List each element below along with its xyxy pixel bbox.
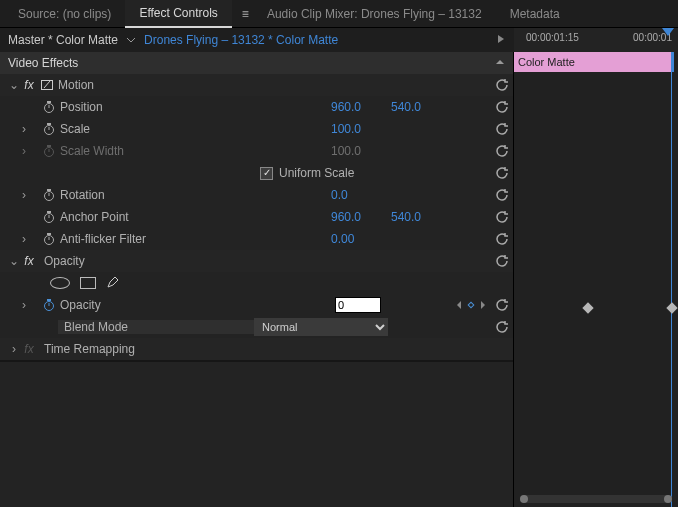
- breadcrumb-master: Master * Color Matte: [8, 33, 118, 47]
- tab-metadata[interactable]: Metadata: [496, 1, 574, 27]
- section-video-effects: Video Effects: [0, 52, 513, 74]
- svg-rect-22: [468, 302, 474, 308]
- scale-label: Scale: [58, 122, 331, 136]
- panel-menu-icon[interactable]: ≡: [238, 7, 253, 21]
- breadcrumb: Master * Color Matte Drones Flying – 131…: [0, 28, 514, 52]
- mask-rect-icon[interactable]: [80, 277, 96, 289]
- twirl-motion[interactable]: ⌄: [8, 78, 20, 92]
- playhead-handle[interactable]: [662, 28, 674, 36]
- stopwatch-opacity-prop[interactable]: [40, 298, 58, 312]
- svg-rect-2: [47, 101, 51, 103]
- reset-scale[interactable]: [491, 122, 513, 136]
- play-icon[interactable]: [496, 33, 506, 47]
- scalew-value: 100.0: [331, 144, 391, 158]
- twirl-opacity-prop[interactable]: ›: [18, 298, 30, 312]
- reset-scalew[interactable]: [491, 144, 513, 158]
- keyframe-nav[interactable]: [451, 300, 491, 310]
- rotation-value[interactable]: 0.0: [331, 188, 391, 202]
- blend-mode-label: Blend Mode: [58, 320, 254, 334]
- reset-anchor[interactable]: [491, 210, 513, 224]
- keyframe-1[interactable]: [582, 302, 593, 313]
- scalew-label: Scale Width: [58, 144, 331, 158]
- twirl-time-remap[interactable]: ›: [8, 342, 20, 356]
- breadcrumb-clip[interactable]: Drones Flying – 13132 * Color Matte: [144, 33, 338, 47]
- timeline-scrollbar[interactable]: [520, 495, 672, 503]
- scale-value[interactable]: 100.0: [331, 122, 391, 136]
- stopwatch-flicker[interactable]: [40, 232, 58, 246]
- opacity-prop-label: Opacity: [58, 298, 335, 312]
- twirl-scalew: ›: [18, 144, 30, 158]
- flicker-value[interactable]: 0.00: [331, 232, 391, 246]
- tab-source[interactable]: Source: (no clips): [4, 1, 125, 27]
- reset-flicker[interactable]: [491, 232, 513, 246]
- svg-rect-20: [47, 299, 51, 301]
- reset-opacity-group[interactable]: [491, 254, 513, 268]
- chevron-down-icon[interactable]: [126, 35, 136, 45]
- mask-pen-icon[interactable]: [106, 275, 120, 292]
- uniform-scale-label: Uniform Scale: [273, 166, 354, 180]
- opacity-title: Opacity: [38, 254, 491, 268]
- time-remap-title: Time Remapping: [38, 342, 513, 356]
- flicker-label: Anti-flicker Filter: [58, 232, 331, 246]
- svg-rect-8: [47, 145, 51, 147]
- playhead-line: [671, 52, 672, 507]
- svg-rect-14: [47, 211, 51, 213]
- tab-audio-mixer[interactable]: Audio Clip Mixer: Drones Flying – 13132: [253, 1, 496, 27]
- collapse-icon[interactable]: [495, 56, 505, 70]
- keyframe-2[interactable]: [666, 302, 677, 313]
- fx-toggle-opacity[interactable]: fx: [20, 254, 38, 268]
- uniform-scale-checkbox[interactable]: [260, 167, 273, 180]
- twirl-opacity[interactable]: ⌄: [8, 254, 20, 268]
- tab-effect-controls[interactable]: Effect Controls: [125, 0, 231, 28]
- twirl-scale[interactable]: ›: [18, 122, 30, 136]
- fx-toggle-motion[interactable]: fx: [20, 78, 38, 92]
- reset-opacity-prop[interactable]: [491, 298, 513, 312]
- twirl-flicker[interactable]: ›: [18, 232, 30, 246]
- svg-rect-17: [47, 233, 51, 235]
- stopwatch-scalew: [40, 144, 58, 158]
- reset-motion[interactable]: [491, 78, 513, 92]
- panel-tabs: Source: (no clips) Effect Controls ≡ Aud…: [0, 0, 678, 28]
- svg-rect-11: [47, 189, 51, 191]
- opacity-value-input[interactable]: [335, 297, 381, 313]
- anchor-x[interactable]: 960.0: [331, 210, 391, 224]
- reset-rotation[interactable]: [491, 188, 513, 202]
- svg-rect-5: [47, 123, 51, 125]
- position-y[interactable]: 540.0: [391, 100, 451, 114]
- reset-position[interactable]: [491, 100, 513, 114]
- stopwatch-scale[interactable]: [40, 122, 58, 136]
- clip-bar[interactable]: Color Matte: [514, 52, 674, 72]
- timeline-ruler[interactable]: 00:00:01:15 00:00:01: [514, 28, 678, 52]
- blend-mode-select[interactable]: Normal: [254, 318, 388, 336]
- stopwatch-rotation[interactable]: [40, 188, 58, 202]
- twirl-rotation[interactable]: ›: [18, 188, 30, 202]
- timeline-pane[interactable]: Color Matte: [514, 52, 678, 507]
- position-label: Position: [58, 100, 331, 114]
- rotation-label: Rotation: [58, 188, 331, 202]
- motion-title: Motion: [56, 78, 491, 92]
- position-x[interactable]: 960.0: [331, 100, 391, 114]
- stopwatch-anchor[interactable]: [40, 210, 58, 224]
- anchor-label: Anchor Point: [58, 210, 331, 224]
- stopwatch-position[interactable]: [40, 100, 58, 114]
- reset-uniform[interactable]: [491, 166, 513, 180]
- motion-box-icon[interactable]: [38, 78, 56, 92]
- timecode-1: 00:00:01:15: [526, 32, 579, 43]
- fx-toggle-time-remap[interactable]: fx: [20, 342, 38, 356]
- anchor-y[interactable]: 540.0: [391, 210, 451, 224]
- mask-ellipse-icon[interactable]: [50, 277, 70, 289]
- reset-blend[interactable]: [491, 320, 513, 334]
